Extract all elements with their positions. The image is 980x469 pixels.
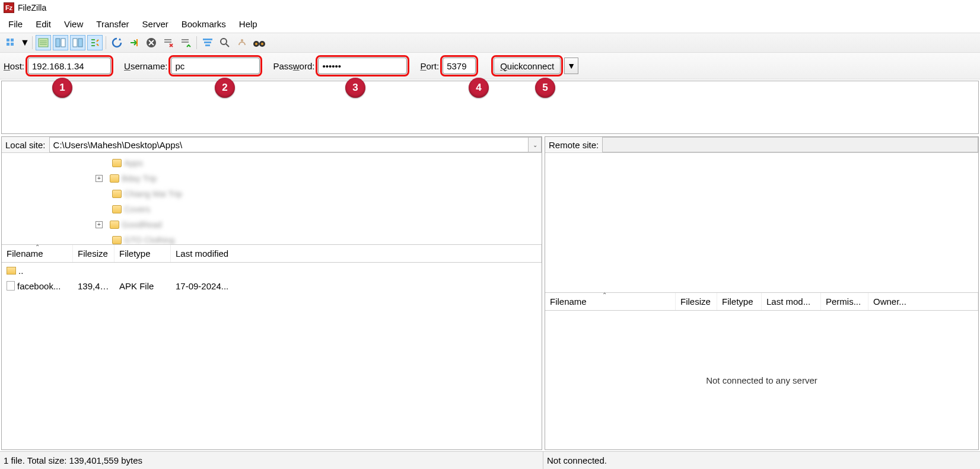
local-site-row: Local site: ⌄ [2, 137, 542, 153]
col-filetype[interactable]: Filetype [114, 245, 171, 262]
menu-help[interactable]: Help [233, 17, 263, 31]
toggle-queue-icon[interactable] [87, 35, 103, 50]
toggle-local-tree-icon[interactable] [53, 35, 68, 50]
separator [32, 36, 33, 49]
svg-point-26 [261, 43, 263, 45]
tree-item-label[interactable]: GTO Clothing [124, 235, 174, 245]
binoculars-icon[interactable] [252, 35, 267, 50]
menu-file[interactable]: File [2, 17, 28, 31]
tree-item-label[interactable]: Covers [124, 205, 150, 214]
local-tree[interactable]: Apps +Bday Trip Chiang Mai Trip Covers +… [2, 153, 542, 245]
col-lastmod[interactable]: Last mod... [762, 293, 821, 310]
remote-site-row: Remote site: [545, 137, 978, 153]
tree-item-label[interactable]: Apps [124, 158, 143, 168]
separator [196, 36, 197, 49]
toggle-remote-tree-icon[interactable] [70, 35, 85, 50]
col-filesize[interactable]: Filesize [676, 293, 717, 310]
username-input[interactable] [171, 58, 260, 74]
sort-asc-icon: ⌃ [35, 244, 40, 250]
message-log[interactable] [1, 81, 979, 134]
svg-rect-19 [205, 44, 210, 46]
menu-view[interactable]: View [58, 17, 89, 31]
local-status: 1 file. Total size: 139,401,559 bytes [0, 452, 543, 469]
folder-icon [110, 221, 119, 229]
col-lastmod[interactable]: Last modified [171, 245, 542, 262]
remote-tree[interactable] [545, 153, 978, 293]
menu-edit[interactable]: Edit [30, 17, 57, 31]
list-item[interactable]: facebook... 139,40... APK File 17-09-202… [2, 278, 542, 293]
annotation-2: 2 [215, 78, 235, 98]
folder-icon [112, 205, 122, 213]
folder-icon [7, 267, 16, 275]
svg-rect-1 [11, 39, 14, 42]
local-site-dropdown[interactable]: ⌄ [529, 137, 542, 152]
svg-line-21 [226, 44, 229, 47]
remote-status: Not connected. [543, 452, 980, 469]
svg-rect-2 [7, 43, 9, 46]
col-permissions[interactable]: Permis... [821, 293, 868, 310]
svg-rect-8 [56, 39, 60, 47]
svg-point-25 [255, 43, 257, 45]
app-icon: Fz [4, 2, 14, 13]
host-input[interactable] [28, 58, 111, 74]
annotation-3: 3 [345, 78, 365, 98]
svg-rect-18 [204, 42, 211, 43]
svg-rect-10 [73, 39, 77, 47]
separator [106, 36, 106, 49]
dropdown-icon[interactable]: ▼ [21, 35, 29, 50]
titlebar: Fz FileZilla [0, 0, 980, 15]
svg-point-22 [241, 39, 243, 42]
folder-icon [112, 236, 122, 244]
svg-rect-3 [11, 43, 14, 46]
remote-site-label: Remote site: [545, 138, 602, 152]
local-file-list[interactable]: .. facebook... 139,40... APK File 17-09-… [2, 263, 542, 449]
col-filename[interactable]: ⌃Filename [2, 245, 73, 262]
tree-item-label[interactable]: Bday Trip [122, 174, 157, 183]
col-filename[interactable]: ⌃Filename [545, 293, 676, 310]
col-filetype[interactable]: Filetype [717, 293, 762, 310]
svg-rect-11 [78, 39, 82, 47]
sort-asc-icon: ⌃ [602, 292, 607, 298]
quickconnect-dropdown[interactable]: ▼ [564, 58, 578, 74]
svg-rect-0 [7, 39, 9, 42]
svg-point-20 [221, 39, 227, 44]
folder-icon [112, 159, 122, 167]
remote-not-connected: Not connected to any server [545, 311, 978, 449]
statusbar: 1 file. Total size: 139,401,559 bytes No… [0, 451, 980, 469]
password-label: Password: [273, 61, 314, 71]
local-site-input[interactable] [49, 137, 529, 152]
menu-bookmarks[interactable]: Bookmarks [176, 17, 232, 31]
local-panel: Local site: ⌄ Apps +Bday Trip Chiang Mai… [1, 136, 542, 450]
cancel-icon[interactable] [144, 35, 159, 50]
svg-rect-17 [203, 39, 212, 40]
remote-list-header: ⌃Filename Filesize Filetype Last mod... … [545, 293, 978, 311]
file-icon [7, 281, 15, 291]
username-label: Username: [124, 61, 167, 71]
menu-transfer[interactable]: Transfer [90, 17, 135, 31]
refresh-icon[interactable] [109, 35, 125, 50]
menu-server[interactable]: Server [136, 17, 174, 31]
site-manager-icon[interactable] [4, 35, 19, 50]
tree-item-label[interactable]: Chiang Mai Trip [124, 189, 182, 199]
search-icon[interactable] [217, 35, 233, 50]
tree-item-label[interactable]: GoodRead [122, 220, 162, 229]
expand-icon[interactable]: + [96, 175, 103, 182]
host-label: Host: [4, 61, 24, 71]
quickconnect-button[interactable]: Quickconnect [494, 58, 561, 74]
compare-icon[interactable] [234, 35, 250, 50]
process-queue-icon[interactable] [126, 35, 142, 50]
filter-icon[interactable] [200, 35, 215, 50]
col-filesize[interactable]: Filesize [73, 245, 114, 262]
port-input[interactable] [443, 58, 476, 74]
reconnect-icon[interactable] [178, 35, 193, 50]
disconnect-icon[interactable] [161, 35, 176, 50]
port-label: Port: [420, 61, 439, 71]
list-item[interactable]: .. [2, 263, 542, 278]
expand-icon[interactable]: + [96, 221, 103, 228]
col-owner[interactable]: Owner... [868, 293, 978, 310]
menubar: File Edit View Transfer Server Bookmarks… [0, 15, 980, 33]
remote-panel: Remote site: ⌃Filename Filesize Filetype… [545, 136, 979, 450]
toggle-log-icon[interactable] [36, 35, 51, 50]
password-input[interactable] [318, 58, 407, 74]
annotation-5: 5 [535, 78, 555, 98]
